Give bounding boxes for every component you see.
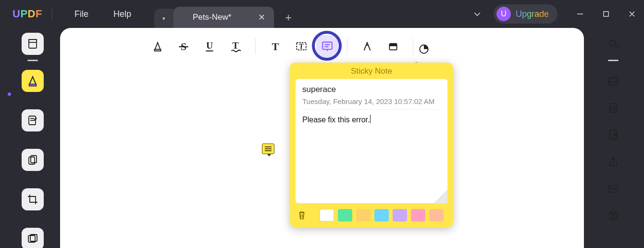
reader-mode-button[interactable] — [22, 33, 44, 55]
rail-separator — [27, 60, 38, 61]
tab-title: Pets-New* — [193, 13, 231, 22]
window-maximize-button[interactable] — [594, 0, 618, 28]
svg-rect-1 — [604, 12, 608, 16]
strikethrough-tool[interactable]: S — [173, 35, 195, 57]
color-swatch-peach[interactable] — [429, 209, 444, 222]
sticky-note-footer — [290, 203, 453, 227]
left-rail — [16, 33, 49, 248]
color-swatch-white[interactable] — [320, 209, 334, 222]
avatar: U — [496, 7, 511, 21]
crop-mode-button[interactable] — [22, 188, 44, 210]
sticky-note-marker[interactable] — [262, 144, 274, 154]
svg-rect-5 — [29, 84, 36, 86]
search-button[interactable] — [602, 33, 624, 55]
svg-text:T: T — [232, 40, 238, 51]
titlebar-right: U Upgrade — [463, 0, 644, 28]
logo-letter: F — [36, 8, 42, 20]
highlight-icon — [151, 40, 164, 52]
shapes-tool[interactable] — [413, 38, 435, 60]
pencil-tool[interactable] — [356, 35, 378, 57]
share-button[interactable] — [602, 151, 624, 173]
overflow-menu-button[interactable] — [463, 4, 492, 24]
sticky-note-date: Tuesday, February 14, 2023 10:57:02 AM — [302, 97, 441, 110]
text-icon: T — [269, 40, 282, 52]
edit-pdf-icon — [27, 115, 38, 126]
tab-close-button[interactable]: ✕ — [258, 12, 265, 23]
delete-note-button[interactable] — [296, 209, 308, 222]
protect-button[interactable] — [602, 124, 624, 146]
sticky-note-icon — [321, 40, 334, 52]
underline-tool[interactable]: U — [198, 35, 221, 57]
window-close-button[interactable] — [620, 0, 644, 28]
tab-recent-dropdown[interactable]: ▾ — [154, 9, 173, 28]
protect-icon — [607, 129, 619, 141]
logo-letter: U — [12, 8, 20, 20]
color-swatch-pink[interactable] — [411, 209, 425, 222]
save-as-button[interactable] — [602, 205, 624, 227]
sticky-note-text[interactable]: Please fix this error. — [302, 110, 441, 124]
svg-point-23 — [612, 216, 615, 219]
squiggly-tool[interactable]: T — [224, 35, 247, 57]
color-swatch-green[interactable] — [338, 209, 352, 222]
upgrade-label: Upgrade — [516, 9, 549, 19]
rail-separator — [608, 60, 619, 61]
edit-mode-button[interactable] — [22, 109, 44, 131]
right-rail: OCR — [599, 33, 628, 232]
svg-point-13 — [609, 40, 615, 46]
pages-mode-button[interactable] — [22, 149, 44, 171]
svg-rect-22 — [611, 212, 615, 214]
color-swatch-amber[interactable] — [356, 209, 371, 222]
workspace: OCR S U T — [0, 28, 644, 248]
pages-icon — [27, 154, 38, 166]
highlight-tool[interactable] — [147, 35, 169, 57]
menu-file[interactable]: File — [74, 9, 88, 19]
convert-icon — [607, 102, 619, 114]
svg-text:U: U — [206, 40, 213, 51]
reader-icon — [27, 38, 38, 50]
pencil-icon — [361, 40, 373, 52]
email-button[interactable] — [602, 178, 624, 200]
text-cursor — [370, 115, 371, 123]
text-tool[interactable]: T — [264, 35, 286, 57]
strikethrough-icon: S — [177, 40, 190, 52]
toolbar-separator: ▾ ▾ — [413, 38, 413, 54]
annotate-toolbar: S U T T T — [60, 28, 584, 65]
color-swatch-purple[interactable] — [393, 209, 407, 222]
crop-icon — [27, 194, 38, 205]
svg-rect-33 — [322, 42, 332, 49]
svg-text:T: T — [272, 41, 279, 52]
active-indicator — [8, 92, 11, 96]
color-swatch-blue[interactable] — [374, 209, 389, 222]
textbox-icon: T — [295, 40, 308, 52]
ocr-button[interactable]: OCR — [602, 70, 624, 92]
sticky-note-tool[interactable] — [316, 35, 338, 57]
ocr-icon: OCR — [607, 75, 619, 87]
tab-strip: ▾ Pets-New* ✕ ＋ — [154, 0, 299, 28]
sticky-note-body[interactable]: superace Tuesday, February 14, 2023 10:5… — [296, 79, 447, 203]
tab-active[interactable]: Pets-New* ✕ — [173, 7, 274, 28]
underline-icon: U — [203, 40, 216, 52]
highlighter-icon — [26, 75, 39, 87]
svg-text:T: T — [299, 42, 304, 50]
shapes-icon — [418, 43, 430, 55]
trash-icon — [297, 210, 307, 220]
save-as-icon — [607, 210, 619, 222]
eraser-icon — [387, 40, 399, 52]
window-minimize-button[interactable] — [568, 0, 592, 28]
document-panel: S U T T T — [60, 28, 584, 248]
page-fold-icon — [434, 190, 447, 203]
eraser-tool[interactable] — [382, 35, 404, 57]
svg-line-14 — [615, 45, 618, 48]
comment-mode-button[interactable] — [22, 70, 44, 92]
convert-button[interactable] — [602, 97, 624, 119]
tab-add-button[interactable]: ＋ — [278, 7, 299, 28]
mail-icon — [607, 183, 619, 195]
svg-point-4 — [35, 40, 36, 41]
textbox-tool[interactable]: T — [290, 35, 312, 57]
upgrade-button[interactable]: U Upgrade — [494, 4, 557, 24]
svg-rect-37 — [389, 44, 396, 46]
menu-help[interactable]: Help — [113, 9, 131, 19]
slideshow-mode-button[interactable] — [22, 228, 44, 248]
slideshow-icon — [27, 233, 38, 245]
toolbar-separator — [347, 38, 347, 54]
